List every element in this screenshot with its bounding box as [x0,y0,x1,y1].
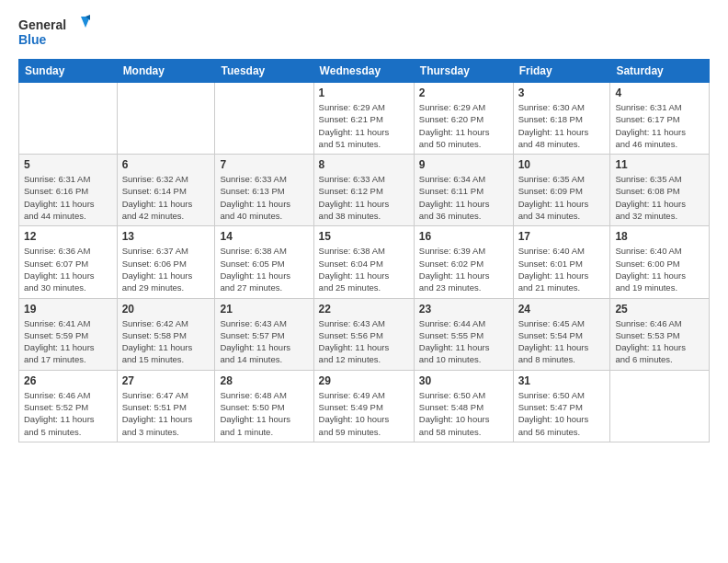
calendar-cell: 22Sunrise: 6:43 AM Sunset: 5:56 PM Dayli… [313,298,414,370]
weekday-header: Friday [513,60,610,83]
calendar-cell [117,83,215,155]
day-number: 10 [518,158,606,171]
day-number: 11 [615,158,704,171]
calendar-cell [19,83,118,155]
day-number: 30 [419,374,508,387]
day-info: Sunrise: 6:36 AM Sunset: 6:07 PM Dayligh… [24,245,112,293]
day-number: 18 [615,230,704,243]
day-number: 2 [419,86,508,99]
day-number: 8 [319,158,409,171]
day-number: 7 [220,158,308,171]
calendar-cell: 28Sunrise: 6:48 AM Sunset: 5:50 PM Dayli… [215,370,313,442]
day-info: Sunrise: 6:34 AM Sunset: 6:11 PM Dayligh… [419,173,508,222]
calendar-header: SundayMondayTuesdayWednesdayThursdayFrid… [19,60,710,83]
day-number: 29 [319,374,409,387]
calendar-cell: 27Sunrise: 6:47 AM Sunset: 5:51 PM Dayli… [117,370,215,442]
calendar-cell: 23Sunrise: 6:44 AM Sunset: 5:55 PM Dayli… [414,298,513,370]
calendar-cell: 15Sunrise: 6:38 AM Sunset: 6:04 PM Dayli… [313,226,414,298]
calendar-week-row: 26Sunrise: 6:46 AM Sunset: 5:52 PM Dayli… [19,370,710,442]
day-number: 4 [615,86,704,99]
day-info: Sunrise: 6:50 AM Sunset: 5:48 PM Dayligh… [419,389,508,438]
day-number: 22 [319,303,409,316]
calendar-cell: 12Sunrise: 6:36 AM Sunset: 6:07 PM Dayli… [19,226,118,298]
day-number: 3 [518,86,606,99]
day-info: Sunrise: 6:48 AM Sunset: 5:50 PM Dayligh… [220,389,308,438]
calendar-week-row: 1Sunrise: 6:29 AM Sunset: 6:21 PM Daylig… [19,83,710,155]
day-info: Sunrise: 6:38 AM Sunset: 6:05 PM Dayligh… [220,245,308,293]
calendar-cell: 8Sunrise: 6:33 AM Sunset: 6:12 PM Daylig… [313,155,414,226]
calendar-cell: 18Sunrise: 6:40 AM Sunset: 6:00 PM Dayli… [610,226,710,298]
day-info: Sunrise: 6:29 AM Sunset: 6:21 PM Dayligh… [319,101,409,150]
calendar-cell: 19Sunrise: 6:41 AM Sunset: 5:59 PM Dayli… [19,298,118,370]
day-number: 17 [518,230,606,243]
day-number: 26 [24,374,112,387]
day-number: 24 [518,303,606,316]
weekday-header: Wednesday [313,60,414,83]
day-info: Sunrise: 6:46 AM Sunset: 5:53 PM Dayligh… [615,317,704,366]
weekday-header: Saturday [610,60,710,83]
day-number: 19 [24,303,112,316]
day-info: Sunrise: 6:50 AM Sunset: 5:47 PM Dayligh… [518,389,606,438]
day-info: Sunrise: 6:33 AM Sunset: 6:13 PM Dayligh… [220,173,308,222]
header: General Blue [18,15,710,50]
day-info: Sunrise: 6:33 AM Sunset: 6:12 PM Dayligh… [319,173,409,222]
calendar-cell: 14Sunrise: 6:38 AM Sunset: 6:05 PM Dayli… [215,226,313,298]
calendar-cell: 25Sunrise: 6:46 AM Sunset: 5:53 PM Dayli… [610,298,710,370]
day-number: 20 [122,303,210,316]
day-number: 27 [122,374,210,387]
calendar-cell: 24Sunrise: 6:45 AM Sunset: 5:54 PM Dayli… [513,298,610,370]
day-info: Sunrise: 6:45 AM Sunset: 5:54 PM Dayligh… [518,317,606,366]
calendar-cell: 29Sunrise: 6:49 AM Sunset: 5:49 PM Dayli… [313,370,414,442]
day-number: 13 [122,230,210,243]
day-info: Sunrise: 6:46 AM Sunset: 5:52 PM Dayligh… [24,389,112,438]
calendar-cell: 3Sunrise: 6:30 AM Sunset: 6:18 PM Daylig… [513,83,610,155]
day-info: Sunrise: 6:30 AM Sunset: 6:18 PM Dayligh… [518,101,606,150]
day-number: 25 [615,303,704,316]
day-info: Sunrise: 6:44 AM Sunset: 5:55 PM Dayligh… [419,317,508,366]
weekday-row: SundayMondayTuesdayWednesdayThursdayFrid… [19,60,710,83]
calendar-cell: 16Sunrise: 6:39 AM Sunset: 6:02 PM Dayli… [414,226,513,298]
day-info: Sunrise: 6:29 AM Sunset: 6:20 PM Dayligh… [419,101,508,150]
svg-text:General: General [18,17,66,32]
weekday-header: Sunday [19,60,118,83]
day-info: Sunrise: 6:32 AM Sunset: 6:14 PM Dayligh… [122,173,210,222]
calendar-cell: 21Sunrise: 6:43 AM Sunset: 5:57 PM Dayli… [215,298,313,370]
calendar-week-row: 5Sunrise: 6:31 AM Sunset: 6:16 PM Daylig… [19,155,710,226]
day-info: Sunrise: 6:40 AM Sunset: 6:00 PM Dayligh… [615,245,704,293]
day-info: Sunrise: 6:47 AM Sunset: 5:51 PM Dayligh… [122,389,210,438]
day-number: 9 [419,158,508,171]
calendar-cell: 13Sunrise: 6:37 AM Sunset: 6:06 PM Dayli… [117,226,215,298]
day-info: Sunrise: 6:43 AM Sunset: 5:57 PM Dayligh… [220,317,308,366]
weekday-header: Tuesday [215,60,313,83]
calendar-cell: 31Sunrise: 6:50 AM Sunset: 5:47 PM Dayli… [513,370,610,442]
day-info: Sunrise: 6:31 AM Sunset: 6:16 PM Dayligh… [24,173,112,222]
day-info: Sunrise: 6:41 AM Sunset: 5:59 PM Dayligh… [24,317,112,366]
day-info: Sunrise: 6:31 AM Sunset: 6:17 PM Dayligh… [615,101,704,150]
calendar-cell: 4Sunrise: 6:31 AM Sunset: 6:17 PM Daylig… [610,83,710,155]
calendar-cell: 2Sunrise: 6:29 AM Sunset: 6:20 PM Daylig… [414,83,513,155]
day-number: 28 [220,374,308,387]
calendar-cell: 17Sunrise: 6:40 AM Sunset: 6:01 PM Dayli… [513,226,610,298]
day-info: Sunrise: 6:37 AM Sunset: 6:06 PM Dayligh… [122,245,210,293]
day-number: 6 [122,158,210,171]
day-number: 16 [419,230,508,243]
weekday-header: Thursday [414,60,513,83]
calendar-table: SundayMondayTuesdayWednesdayThursdayFrid… [18,59,710,442]
day-info: Sunrise: 6:38 AM Sunset: 6:04 PM Dayligh… [319,245,409,293]
calendar-cell: 6Sunrise: 6:32 AM Sunset: 6:14 PM Daylig… [117,155,215,226]
day-info: Sunrise: 6:35 AM Sunset: 6:09 PM Dayligh… [518,173,606,222]
calendar-cell: 20Sunrise: 6:42 AM Sunset: 5:58 PM Dayli… [117,298,215,370]
day-info: Sunrise: 6:42 AM Sunset: 5:58 PM Dayligh… [122,317,210,366]
day-number: 15 [319,230,409,243]
day-info: Sunrise: 6:49 AM Sunset: 5:49 PM Dayligh… [319,389,409,438]
calendar-cell: 9Sunrise: 6:34 AM Sunset: 6:11 PM Daylig… [414,155,513,226]
day-info: Sunrise: 6:43 AM Sunset: 5:56 PM Dayligh… [319,317,409,366]
calendar-cell: 11Sunrise: 6:35 AM Sunset: 6:08 PM Dayli… [610,155,710,226]
calendar-cell: 26Sunrise: 6:46 AM Sunset: 5:52 PM Dayli… [19,370,118,442]
day-number: 5 [24,158,112,171]
logo: General Blue [18,15,92,50]
calendar-week-row: 19Sunrise: 6:41 AM Sunset: 5:59 PM Dayli… [19,298,710,370]
weekday-header: Monday [117,60,215,83]
calendar-cell: 1Sunrise: 6:29 AM Sunset: 6:21 PM Daylig… [313,83,414,155]
calendar-body: 1Sunrise: 6:29 AM Sunset: 6:21 PM Daylig… [19,83,710,442]
